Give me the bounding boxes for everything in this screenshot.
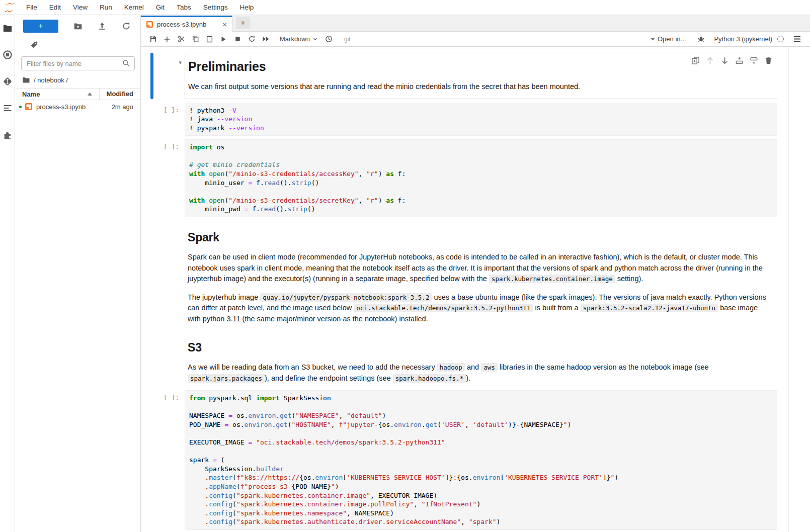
- code-line: import os: [189, 143, 773, 152]
- activity-bar: [0, 15, 15, 532]
- menu-item-tabs[interactable]: Tabs: [171, 0, 197, 15]
- kernel-status-icon[interactable]: [777, 36, 784, 42]
- code-line: minio_user = f.read().strip(): [189, 179, 773, 188]
- folder-icon[interactable]: [22, 76, 30, 84]
- column-name[interactable]: Name: [15, 91, 99, 98]
- sidebar-toc-icon[interactable]: [3, 103, 13, 113]
- notebook-scrollbar[interactable]: [788, 47, 789, 532]
- menu-bar: FileEditViewRunKernelGitTabsSettingsHelp: [0, 0, 810, 15]
- code-editor[interactable]: ! python3 -V! java --version! pyspark --…: [185, 103, 777, 136]
- kernel-name[interactable]: Python 3 (ipykernel): [714, 35, 772, 43]
- insert-cell-above-icon[interactable]: [735, 56, 744, 65]
- inline-code: quay.io/jupyter/pyspark-notebook:spark-3…: [260, 293, 432, 302]
- cell-content[interactable]: S3As we will be reading data from an S3 …: [185, 331, 777, 387]
- menu-item-help[interactable]: Help: [233, 0, 260, 15]
- delete-cell-icon[interactable]: [764, 56, 773, 65]
- code-line: [189, 447, 773, 456]
- move-up-icon[interactable]: [706, 56, 714, 65]
- cut-icon[interactable]: [174, 32, 188, 47]
- breadcrumb-trail[interactable]: / notebook /: [34, 76, 68, 84]
- duplicate-cell-icon[interactable]: [691, 56, 700, 65]
- git-tag-icon[interactable]: [30, 41, 38, 49]
- code-line: with open("/minio-s3-credentials/accessK…: [189, 169, 773, 179]
- restart-kernel-icon[interactable]: [245, 32, 259, 47]
- inline-code: oci.stackable.tech/demos/spark:3.5.2-pyt…: [354, 304, 533, 312]
- menu-item-git[interactable]: Git: [150, 0, 171, 15]
- sidebar-running-sessions-icon[interactable]: [3, 50, 13, 60]
- sidebar-menu-icon[interactable]: [790, 32, 804, 47]
- cell-content[interactable]: from pyspark.sql import SparkSession NAM…: [185, 390, 777, 530]
- cell-content[interactable]: PreliminariesWe can first output some ve…: [185, 53, 777, 99]
- notebook-file-icon: [146, 21, 153, 28]
- file-filter-input[interactable]: [21, 56, 135, 70]
- menu-item-kernel[interactable]: Kernel: [118, 0, 150, 15]
- menu-item-edit[interactable]: Edit: [43, 0, 67, 15]
- markdown-heading: S3: [188, 341, 770, 354]
- cell-gutter: [ ]:: [153, 390, 185, 530]
- markdown-paragraph: The jupyterhub image quay.io/jupyter/pys…: [188, 292, 770, 325]
- jupyter-logo-icon: [4, 2, 15, 13]
- cell-type-dropdown[interactable]: Markdown: [280, 35, 318, 43]
- menu-item-settings[interactable]: Settings: [197, 0, 234, 15]
- file-modified: 2m ago: [99, 103, 140, 111]
- clock-icon[interactable]: [322, 32, 336, 47]
- column-modified[interactable]: Modified: [99, 88, 140, 100]
- markdown-cell[interactable]: ▾ PreliminariesWe can first output some …: [150, 53, 777, 99]
- new-tab-button[interactable]: +: [236, 17, 250, 29]
- restart-run-all-icon[interactable]: [259, 32, 273, 47]
- code-editor[interactable]: from pyspark.sql import SparkSession NAM…: [185, 390, 777, 530]
- main-area: process-s3.ipynb × +: [141, 15, 810, 532]
- new-folder-icon[interactable]: [73, 22, 83, 31]
- code-line: ! java --version: [189, 115, 773, 124]
- markdown-heading: Spark: [188, 231, 770, 244]
- run-icon[interactable]: [216, 32, 230, 47]
- open-in-dropdown[interactable]: Open in...: [651, 35, 686, 43]
- markdown-heading: Preliminaries: [188, 59, 770, 74]
- copy-icon[interactable]: [188, 32, 202, 47]
- code-line: ! pyspark --version: [189, 124, 773, 133]
- paste-icon[interactable]: [202, 32, 216, 47]
- markdown-cell[interactable]: S3As we will be reading data from an S3 …: [150, 331, 777, 387]
- workspace: +: [0, 15, 810, 532]
- cell-content[interactable]: SparkSpark can be used in client mode (r…: [185, 221, 777, 327]
- file-row[interactable]: process-s3.ipynb2m ago: [15, 100, 140, 113]
- sidebar-extensions-icon[interactable]: [3, 130, 13, 140]
- inline-code: spark.jars.packages: [188, 374, 265, 383]
- code-line: .config("spark.kubernetes.namespace", NA…: [189, 509, 773, 518]
- code-cell[interactable]: [ ]:import os # get minio credentialswit…: [150, 139, 777, 217]
- insert-cell-below-icon[interactable]: [750, 56, 758, 65]
- cell-toolbar: [691, 56, 773, 65]
- save-icon[interactable]: [146, 32, 160, 47]
- upload-icon[interactable]: [98, 22, 107, 31]
- code-cell[interactable]: [ ]:! python3 -V! java --version! pyspar…: [150, 103, 777, 136]
- sidebar-file-browser-icon[interactable]: [3, 23, 13, 33]
- sidebar-git-icon[interactable]: [3, 76, 13, 86]
- move-down-icon[interactable]: [720, 56, 729, 65]
- execution-prompt: [ ]:: [153, 390, 185, 401]
- menu-item-file[interactable]: File: [20, 0, 43, 15]
- inline-code: spark:3.5.2-scala2.12-java17-ubuntu: [581, 304, 718, 312]
- code-editor[interactable]: import os # get minio credentialswith op…: [185, 139, 777, 217]
- notebook-file-icon: [25, 103, 33, 111]
- running-status-dot: [19, 106, 22, 108]
- stop-icon[interactable]: [230, 32, 245, 47]
- debugger-bug-icon[interactable]: [694, 32, 708, 47]
- tab-process-s3[interactable]: process-s3.ipynb ×: [141, 16, 232, 32]
- notebook-cells: ▾ PreliminariesWe can first output some …: [141, 53, 810, 530]
- markdown-rendered: S3As we will be reading data from an S3 …: [185, 331, 777, 387]
- code-line: .config("spark.kubernetes.container.imag…: [189, 500, 773, 509]
- code-cell[interactable]: [ ]:from pyspark.sql import SparkSession…: [150, 390, 777, 530]
- breadcrumb[interactable]: / notebook /: [15, 70, 140, 88]
- menu-item-run[interactable]: Run: [94, 0, 118, 15]
- refresh-icon[interactable]: [122, 22, 131, 31]
- cell-content[interactable]: ! python3 -V! java --version! pyspark --…: [185, 103, 777, 136]
- add-cell-icon[interactable]: [160, 32, 174, 47]
- cell-collapser-icon[interactable]: ▾: [179, 59, 182, 66]
- tab-close-icon[interactable]: ×: [221, 20, 228, 29]
- new-launcher-button[interactable]: +: [23, 20, 58, 33]
- markdown-cell[interactable]: SparkSpark can be used in client mode (r…: [150, 221, 777, 327]
- cell-content[interactable]: import os # get minio credentialswith op…: [185, 139, 777, 217]
- menu-item-view[interactable]: View: [67, 0, 94, 15]
- code-line: SparkSession.builder: [189, 465, 773, 474]
- menu-items: FileEditViewRunKernelGitTabsSettingsHelp: [20, 0, 260, 15]
